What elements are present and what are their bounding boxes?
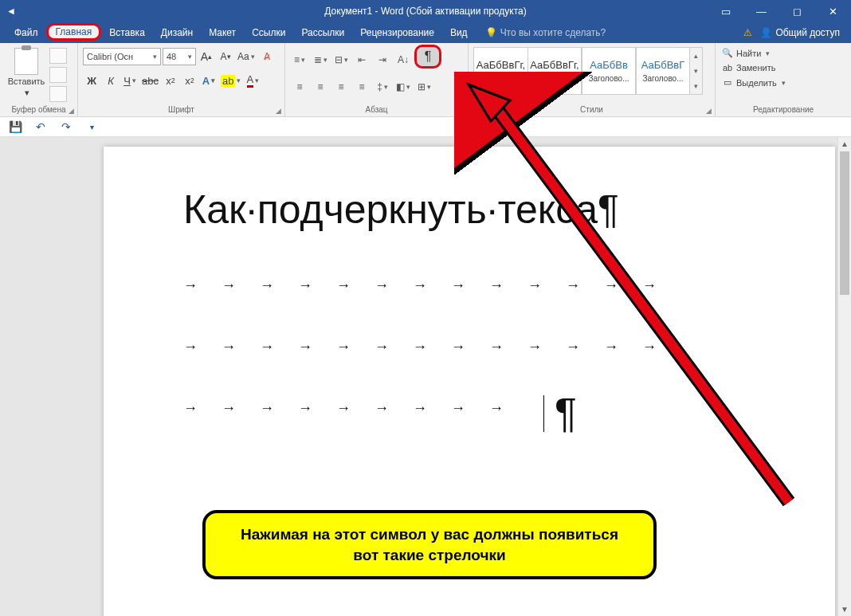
tab-marks-line-1[interactable]: →→→→→→→→→→→→→ (183, 277, 803, 294)
style-no-spacing[interactable]: АаБбВвГг, 1 Без инте... (527, 47, 582, 95)
chevron-down-icon: ▾ (25, 88, 29, 98)
line-spacing-button[interactable]: ‡▾ (373, 78, 392, 96)
person-icon: 👤 (760, 27, 772, 38)
ribbon-options-icon[interactable]: ▭ (708, 0, 743, 22)
chevron-down-icon: ▾ (690, 63, 702, 78)
format-painter-button[interactable] (49, 86, 67, 102)
more-icon: ▾ (690, 79, 702, 94)
group-styles: АаБбВвГг, Обычный АаБбВвГг, 1 Без инте..… (469, 43, 716, 116)
styles-more-button[interactable]: ▴ ▾ ▾ (690, 47, 703, 95)
maximize-button[interactable]: ◻ (779, 0, 815, 22)
tab-marks-line-3[interactable]: →→→→→→→→→ ¶ (183, 400, 803, 417)
group-editing: 🔍Найти▾ abЗаменить ▭Выделить▾ Редактиров… (716, 43, 851, 116)
bullets-button[interactable]: ≡▾ (290, 51, 309, 69)
cut-button[interactable] (49, 48, 67, 64)
group-font: Calibri (Осн▾ 48▾ A▴ A▾ Aa▾ A̷ Ж К Ч▾ ab… (78, 43, 285, 116)
decrease-indent-button[interactable]: ⇤ (352, 51, 371, 69)
tell-me-search[interactable]: 💡 Что вы хотите сделать? (485, 27, 606, 38)
dialog-launcher-icon[interactable]: ◢ (276, 107, 281, 115)
pilcrow-mark: ¶ (555, 389, 577, 437)
sort-button[interactable]: A↓ (394, 51, 413, 69)
tab-view[interactable]: Вид (442, 24, 476, 41)
paragraph-group-label: Абзац ◢ (290, 104, 463, 116)
tab-references[interactable]: Ссылки (244, 24, 293, 41)
superscript-button[interactable]: x2 (181, 72, 198, 89)
tab-marks-line-2[interactable]: →→→→→→→→→→→→→ (183, 339, 803, 355)
italic-button[interactable]: К (102, 72, 120, 89)
tab-design[interactable]: Дизайн (153, 24, 201, 41)
text-effects-button[interactable]: A▾ (200, 72, 218, 89)
shrink-font-button[interactable]: A▾ (217, 48, 234, 65)
replace-icon: ab (722, 63, 733, 73)
dialog-launcher-icon[interactable]: ◢ (69, 107, 74, 115)
align-left-button[interactable]: ≡ (290, 78, 309, 96)
undo-button[interactable]: ↶ (32, 119, 49, 135)
underline-button[interactable]: Ч▾ (121, 72, 139, 89)
vertical-scrollbar[interactable]: ▲ ▼ (837, 137, 851, 616)
replace-button[interactable]: abЗаменить (720, 61, 777, 74)
multilevel-button[interactable]: ⊟▾ (331, 51, 351, 69)
select-button[interactable]: ▭Выделить▾ (720, 76, 787, 89)
show-hide-pilcrow-button[interactable]: ¶ (414, 45, 441, 69)
back-icon[interactable]: ◄ (6, 6, 16, 17)
qat-customize-button[interactable]: ▾ (83, 119, 100, 135)
font-color-button[interactable]: A▾ (244, 72, 261, 89)
window-title: Документ1 - Word (Сбой активации продукт… (324, 6, 526, 17)
warning-icon[interactable]: ⚠ (743, 27, 752, 38)
styles-gallery[interactable]: АаБбВвГг, Обычный АаБбВвГг, 1 Без инте..… (473, 45, 703, 95)
paste-label: Вставить (8, 77, 45, 86)
scroll-up-icon[interactable]: ▲ (838, 137, 851, 151)
change-case-button[interactable]: Aa▾ (236, 48, 257, 65)
text-cursor (543, 395, 544, 432)
group-clipboard: Вставить ▾ Буфер обмена ◢ (0, 43, 78, 116)
style-normal[interactable]: АаБбВвГг, Обычный (473, 47, 527, 95)
editing-group-label: Редактирование (720, 104, 846, 116)
dialog-launcher-icon[interactable]: ◢ (459, 107, 465, 115)
numbering-button[interactable]: ≣▾ (311, 51, 330, 69)
grow-font-button[interactable]: A▴ (198, 48, 215, 65)
tab-mailings[interactable]: Рассылки (293, 24, 352, 41)
tab-file[interactable]: Файл (6, 24, 46, 41)
align-center-button[interactable]: ≡ (311, 78, 330, 96)
justify-button[interactable]: ≡ (352, 78, 371, 96)
search-icon: 🔍 (722, 48, 733, 58)
clipboard-icon (14, 48, 38, 75)
strikethrough-button[interactable]: abc (140, 72, 160, 89)
subscript-button[interactable]: x2 (162, 72, 179, 89)
shading-button[interactable]: ◧▾ (394, 78, 413, 96)
style-heading2[interactable]: АаБбВвГ Заголово... (636, 47, 690, 95)
copy-button[interactable] (49, 67, 67, 83)
group-paragraph: ≡▾ ≣▾ ⊟▾ ⇤ ⇥ A↓ ¶ ≡ ≡ ≡ ≡ ‡▾ ◧▾ ⊞▾ Абзац… (285, 43, 469, 116)
clipboard-group-label: Буфер обмена ◢ (5, 104, 73, 116)
share-button[interactable]: 👤 Общий доступ (760, 27, 840, 38)
tab-review[interactable]: Рецензирование (352, 24, 442, 41)
tab-home[interactable]: Главная (46, 23, 102, 41)
bold-button[interactable]: Ж (83, 72, 100, 89)
styles-group-label: Стили ◢ (473, 104, 710, 116)
cursor-icon: ▭ (722, 77, 733, 88)
style-heading1[interactable]: АаБбВв Заголово... (582, 47, 636, 95)
borders-button[interactable]: ⊞▾ (414, 78, 433, 96)
clear-formatting-button[interactable]: A̷ (258, 48, 276, 65)
increase-indent-button[interactable]: ⇥ (373, 51, 392, 69)
paste-button[interactable]: Вставить ▾ (5, 45, 48, 98)
dialog-launcher-icon[interactable]: ◢ (706, 107, 712, 115)
font-name-combo[interactable]: Calibri (Осн▾ (83, 48, 161, 65)
redo-button[interactable]: ↷ (57, 119, 75, 135)
tab-insert[interactable]: Вставка (101, 24, 153, 41)
callout-line-2: вот такие стрелочки (220, 545, 639, 566)
scroll-thumb[interactable] (840, 151, 849, 295)
document-heading[interactable]: Как·подчеркнуть·текса¶ (183, 186, 803, 233)
find-button[interactable]: 🔍Найти▾ (720, 46, 771, 60)
lightbulb-icon: 💡 (485, 27, 497, 38)
align-right-button[interactable]: ≡ (331, 78, 351, 96)
ribbon-tabs: Файл Главная Вставка Дизайн Макет Ссылки… (0, 22, 851, 43)
tab-layout[interactable]: Макет (201, 24, 244, 41)
scroll-down-icon[interactable]: ▼ (838, 602, 851, 616)
chevron-up-icon: ▴ (690, 48, 702, 63)
font-size-combo[interactable]: 48▾ (163, 48, 196, 65)
highlight-button[interactable]: ab▾ (219, 72, 242, 89)
minimize-button[interactable]: — (743, 0, 779, 22)
save-button[interactable]: 💾 (6, 119, 24, 135)
close-button[interactable]: ✕ (815, 0, 851, 22)
